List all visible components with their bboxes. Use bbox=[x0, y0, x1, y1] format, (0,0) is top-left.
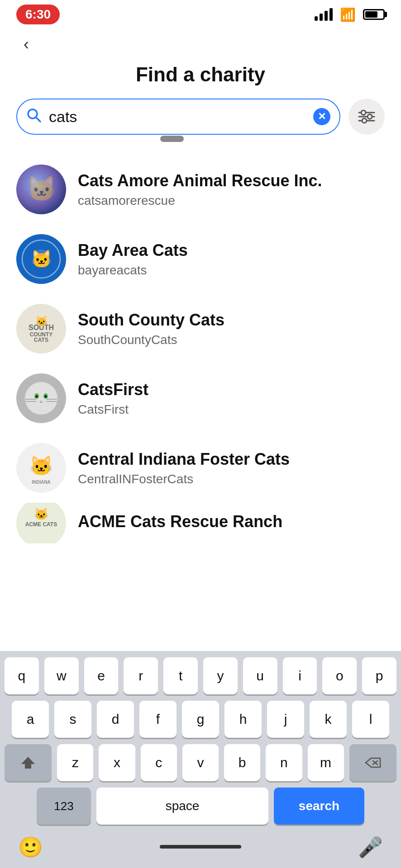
charity-handle: SouthCountyCats bbox=[78, 333, 385, 347]
svg-point-6 bbox=[368, 114, 372, 119]
list-item[interactable]: 🐱 Bay Area Cats bayareacats bbox=[0, 224, 401, 294]
key-d[interactable]: d bbox=[97, 701, 134, 738]
key-j[interactable]: j bbox=[267, 701, 304, 738]
svg-text:🐱: 🐱 bbox=[34, 507, 49, 521]
delete-key[interactable] bbox=[349, 744, 396, 781]
key-p[interactable]: p bbox=[362, 657, 396, 694]
charity-name: South County Cats bbox=[78, 310, 385, 330]
key-h[interactable]: h bbox=[224, 701, 262, 738]
charity-name: CatsFirst bbox=[78, 380, 385, 399]
key-v[interactable]: v bbox=[182, 744, 219, 781]
charity-name: Central Indiana Foster Cats bbox=[78, 449, 385, 469]
charity-info: ACME Cats Rescue Ranch bbox=[78, 512, 385, 534]
key-z[interactable]: z bbox=[57, 744, 93, 781]
status-time: 6:30 bbox=[16, 5, 60, 24]
charity-info: Central Indiana Foster Cats CentralINFos… bbox=[78, 449, 385, 486]
key-r[interactable]: r bbox=[124, 657, 158, 694]
key-w[interactable]: w bbox=[44, 657, 79, 694]
charity-info: Cats Amore Animal Rescue Inc. catsamorer… bbox=[78, 171, 385, 208]
status-bar: 6:30 📶 bbox=[0, 0, 401, 27]
key-g[interactable]: g bbox=[182, 701, 219, 738]
key-b[interactable]: b bbox=[224, 744, 260, 781]
keyboard-row-3: z x c v b n m bbox=[5, 744, 396, 781]
mic-key[interactable]: 🎤 bbox=[358, 835, 383, 859]
svg-point-20 bbox=[25, 382, 57, 415]
status-icons: 📶 bbox=[315, 7, 385, 22]
keyboard-extras: 🙂 🎤 bbox=[5, 831, 396, 868]
search-key[interactable]: search bbox=[274, 788, 364, 825]
results-list: 🐱 Cats Amore Animal Rescue Inc. catsamor… bbox=[0, 146, 401, 543]
key-m[interactable]: m bbox=[308, 744, 344, 781]
avatar bbox=[16, 373, 66, 423]
key-k[interactable]: k bbox=[310, 701, 347, 738]
svg-line-1 bbox=[36, 117, 41, 122]
list-item[interactable]: 🐱 Cats Amore Animal Rescue Inc. catsamor… bbox=[0, 155, 401, 224]
battery-icon bbox=[363, 9, 385, 20]
search-input[interactable] bbox=[49, 108, 313, 126]
header: ‹ bbox=[0, 27, 401, 59]
charity-name: Bay Area Cats bbox=[78, 241, 385, 260]
key-x[interactable]: x bbox=[99, 744, 135, 781]
filter-button[interactable] bbox=[348, 99, 385, 135]
svg-text:ACME CATS: ACME CATS bbox=[25, 521, 57, 528]
wifi-icon: 📶 bbox=[340, 7, 356, 22]
key-t[interactable]: t bbox=[163, 657, 198, 694]
svg-text:🐱: 🐱 bbox=[29, 455, 53, 477]
list-item[interactable]: SOUTH COUNTY CATS 🐱 South County Cats So… bbox=[0, 294, 401, 363]
key-q[interactable]: q bbox=[5, 657, 39, 694]
key-l[interactable]: l bbox=[352, 701, 389, 738]
charity-handle: CentralINFosterCats bbox=[78, 472, 385, 486]
svg-point-7 bbox=[362, 118, 367, 123]
list-item[interactable]: 🐱 INDIANA Central Indiana Foster Cats Ce… bbox=[0, 433, 401, 503]
signal-icon bbox=[315, 8, 333, 21]
key-o[interactable]: o bbox=[322, 657, 357, 694]
avatar: 🐱 INDIANA bbox=[16, 443, 66, 493]
clear-icon: ✕ bbox=[318, 112, 326, 122]
key-a[interactable]: a bbox=[12, 701, 49, 738]
key-c[interactable]: c bbox=[141, 744, 177, 781]
emoji-key[interactable]: 🙂 bbox=[18, 835, 43, 859]
avatar: SOUTH COUNTY CATS 🐱 bbox=[16, 304, 66, 354]
svg-marker-38 bbox=[21, 757, 35, 769]
space-key[interactable]: space bbox=[96, 788, 268, 825]
key-e[interactable]: e bbox=[84, 657, 119, 694]
clear-button[interactable]: ✕ bbox=[313, 108, 330, 125]
key-u[interactable]: u bbox=[243, 657, 277, 694]
list-item[interactable]: CatsFirst CatsFirst bbox=[0, 363, 401, 433]
search-icon bbox=[26, 108, 42, 126]
svg-text:🐱: 🐱 bbox=[31, 249, 53, 269]
back-chevron-icon: ‹ bbox=[24, 36, 29, 52]
key-s[interactable]: s bbox=[54, 701, 91, 738]
cursor-indicator bbox=[160, 136, 184, 142]
charity-info: Bay Area Cats bayareacats bbox=[78, 241, 385, 277]
charity-handle: catsamorerescue bbox=[78, 193, 385, 208]
charity-handle: bayareacats bbox=[78, 263, 385, 278]
home-indicator bbox=[160, 845, 241, 849]
search-row: ✕ bbox=[0, 99, 401, 135]
charity-info: South County Cats SouthCountyCats bbox=[78, 310, 385, 347]
filter-icon bbox=[358, 110, 375, 123]
numbers-key[interactable]: 123 bbox=[37, 788, 91, 825]
svg-text:INDIANA: INDIANA bbox=[32, 480, 51, 485]
list-item[interactable]: ACME CATS 🐱 ACME Cats Rescue Ranch bbox=[0, 503, 401, 543]
charity-handle: CatsFirst bbox=[78, 402, 385, 417]
charity-name: ACME Cats Rescue Ranch bbox=[78, 512, 385, 531]
keyboard: q w e r t y u i o p a s d f g h j k l z … bbox=[0, 651, 401, 868]
keyboard-row-4: 123 space search bbox=[5, 788, 396, 825]
avatar: 🐱 bbox=[16, 234, 66, 284]
shift-key[interactable] bbox=[5, 744, 52, 781]
search-box[interactable]: ✕ bbox=[16, 99, 340, 135]
keyboard-row-2: a s d f g h j k l bbox=[5, 701, 396, 738]
page-title: Find a charity bbox=[0, 59, 401, 99]
avatar: ACME CATS 🐱 bbox=[16, 503, 66, 543]
charity-info: CatsFirst CatsFirst bbox=[78, 380, 385, 416]
key-y[interactable]: y bbox=[203, 657, 238, 694]
svg-point-5 bbox=[361, 110, 366, 115]
key-i[interactable]: i bbox=[283, 657, 317, 694]
key-f[interactable]: f bbox=[139, 701, 177, 738]
svg-point-23 bbox=[36, 396, 38, 398]
key-n[interactable]: n bbox=[266, 744, 302, 781]
charity-name: Cats Amore Animal Rescue Inc. bbox=[78, 171, 385, 190]
svg-text:🐱: 🐱 bbox=[35, 315, 48, 327]
back-button[interactable]: ‹ bbox=[16, 34, 36, 54]
